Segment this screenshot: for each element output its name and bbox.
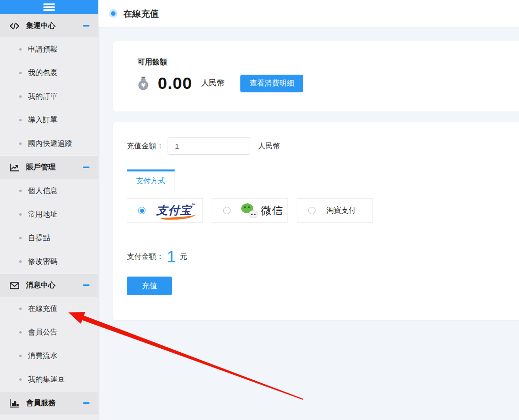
sidebar-section-message-center[interactable]: 消息中心 (0, 273, 98, 297)
bullet-icon (19, 213, 22, 216)
sidebar-item-online-recharge[interactable]: 在線充值 (0, 297, 98, 320)
page-header: 在線充值 (98, 0, 519, 28)
bullet-icon (19, 260, 22, 263)
collapse-icon[interactable] (83, 402, 89, 404)
taobao-label: 淘寶支付 (326, 206, 356, 215)
collapse-icon[interactable] (83, 284, 89, 286)
section-label: 消息中心 (26, 280, 83, 290)
item-label: 我的訂單 (28, 92, 58, 101)
sidebar-section-account-management[interactable]: 賬戶管理 (0, 155, 98, 179)
tab-payment-method[interactable]: 支付方式 (127, 169, 175, 190)
menu-toggle-icon[interactable] (43, 3, 55, 11)
sidebar-item-consumption-records[interactable]: 消費流水 (0, 344, 98, 367)
item-label: 自提點 (28, 233, 50, 243)
item-label: 國內快遞追蹤 (28, 139, 72, 148)
item-label: 申請預報 (28, 45, 58, 54)
item-label: 我的包裹 (28, 68, 58, 78)
bar-chart-icon (9, 399, 20, 408)
bullet-icon (19, 355, 22, 357)
item-label: 消費流水 (28, 351, 58, 361)
bullet-icon (19, 308, 22, 310)
sidebar-item-personal-info[interactable]: 個人信息 (0, 179, 98, 202)
title-dot-icon (111, 11, 115, 16)
recharge-amount-label: 充值金額： (127, 141, 164, 151)
bullet-icon (19, 142, 22, 145)
sidebar-item-my-beans[interactable]: 我的集運豆 (0, 367, 98, 391)
item-label: 修改密碼 (28, 257, 58, 266)
view-consumption-detail-button[interactable]: 查看消費明細 (240, 75, 303, 92)
sidebar-item-common-address[interactable]: 常用地址 (0, 202, 98, 226)
payment-option-taobao[interactable]: 淘寶支付 (297, 198, 373, 223)
code-icon (9, 22, 20, 30)
section-label: 集運中心 (26, 21, 83, 30)
sidebar-item-pickup-point[interactable]: 自提點 (0, 226, 98, 250)
radio-checked-icon[interactable] (138, 207, 145, 214)
pay-amount-label: 支付金額： (127, 252, 164, 261)
sidebar-item-member-announcement[interactable]: 會員公告 (0, 320, 98, 344)
svg-text:¥: ¥ (141, 82, 145, 89)
alipay-logo: 支付宝™ (156, 203, 196, 218)
main-content: 在線充值 可用餘額 ¥ 0.00 人民幣 查看消費明細 充值金額： 人民幣 支付… (98, 0, 519, 420)
pay-amount-value: 1 (167, 248, 176, 265)
collapse-icon[interactable] (83, 25, 89, 27)
bullet-icon (19, 331, 22, 334)
money-bag-icon: ¥ (138, 76, 149, 90)
sidebar-item-apply-forecast[interactable]: 申請預報 (0, 37, 98, 61)
bullet-icon (19, 72, 22, 74)
recharge-currency: 人民幣 (258, 141, 280, 151)
section-label: 會員服務 (26, 398, 83, 408)
trademark-symbol: ™ (192, 203, 196, 207)
item-label: 個人信息 (28, 186, 58, 196)
bullet-icon (19, 95, 22, 98)
collapse-icon[interactable] (83, 167, 89, 168)
item-label: 我的集運豆 (28, 375, 65, 384)
bullet-icon (19, 378, 22, 381)
sidebar-item-import-orders[interactable]: 導入訂單 (0, 108, 98, 132)
sidebar-section-consolidation-center[interactable]: 集運中心 (0, 14, 98, 37)
item-label: 會員公告 (28, 328, 58, 337)
item-label: 常用地址 (28, 210, 58, 219)
sidebar-item-my-orders[interactable]: 我的訂單 (0, 84, 98, 108)
alipay-swoosh-icon (160, 213, 196, 221)
bullet-icon (19, 48, 22, 51)
sidebar: 集運中心 申請預報 我的包裹 我的訂單 導入訂單 國內快遞追蹤 賬戶管理 個人信… (0, 0, 98, 420)
chart-line-icon (9, 163, 20, 172)
balance-currency: 人民幣 (201, 78, 225, 88)
payment-methods: 支付宝™ 微信 淘寶支付 (127, 198, 519, 223)
radio-unchecked-icon[interactable] (308, 207, 316, 214)
bullet-icon (19, 237, 22, 239)
payment-option-wechat[interactable]: 微信 (212, 198, 288, 223)
recharge-amount-input[interactable] (168, 137, 250, 155)
radio-unchecked-icon[interactable] (223, 207, 231, 214)
item-label: 在線充值 (28, 304, 58, 313)
recharge-submit-button[interactable]: 充值 (127, 277, 172, 295)
balance-title: 可用餘額 (138, 57, 501, 67)
bullet-icon (19, 119, 22, 121)
sidebar-section-member-services[interactable]: 會員服務 (0, 391, 98, 415)
item-label: 導入訂單 (28, 115, 58, 125)
payment-option-alipay[interactable]: 支付宝™ (127, 198, 203, 223)
page-title: 在線充值 (123, 8, 159, 20)
sidebar-item-domestic-express-tracking[interactable]: 國內快遞追蹤 (0, 132, 98, 155)
sidebar-item-change-password[interactable]: 修改密碼 (0, 250, 98, 273)
recharge-card: 充值金額： 人民幣 支付方式 支付宝™ 微信 淘寶支付 (113, 122, 519, 320)
balance-card: 可用餘額 ¥ 0.00 人民幣 查看消費明細 (113, 41, 519, 112)
balance-amount: 0.00 (158, 74, 192, 93)
section-label: 賬戶管理 (26, 163, 83, 172)
wechat-label: 微信 (261, 203, 283, 218)
pay-amount-unit: 元 (180, 252, 187, 261)
wechat-icon (241, 203, 258, 218)
sidebar-topbar (0, 0, 98, 14)
envelope-icon (9, 281, 20, 290)
sidebar-item-my-packages[interactable]: 我的包裹 (0, 61, 98, 84)
bullet-icon (19, 190, 22, 192)
